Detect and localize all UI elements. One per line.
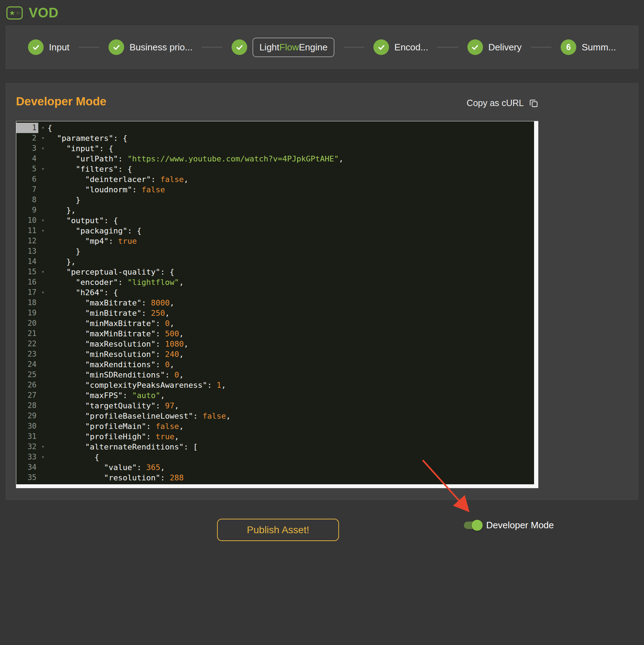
stepper-step-encoding[interactable]: Encod...: [373, 39, 428, 55]
check-icon: [109, 39, 124, 55]
fold-spacer: [38, 431, 48, 442]
fold-spacer: [38, 462, 48, 473]
stepper-step-input[interactable]: Input: [28, 39, 70, 55]
code-text: "maxMinBitrate": 500,: [48, 329, 538, 339]
code-text: "resolution": 288: [48, 473, 538, 483]
publish-asset-button[interactable]: Publish Asset!: [217, 519, 339, 541]
code-line: 11▾ "packaging": {: [16, 226, 538, 236]
fold-arrow-icon[interactable]: ▾: [38, 287, 48, 298]
code-text: "minBitrate": 250,: [48, 308, 538, 318]
code-line: 19 "minBitrate": 250,: [16, 308, 538, 318]
fold-spacer: [38, 174, 48, 184]
stepper-step-business-priority[interactable]: Business prio...: [109, 39, 193, 55]
step-label: Summ...: [582, 42, 616, 53]
check-icon: [467, 39, 483, 55]
code-text: "minSDRenditions": 0,: [48, 370, 538, 380]
line-number: 20: [16, 318, 38, 329]
line-number: 30: [16, 421, 38, 431]
code-text: "targetQuality": 97,: [48, 401, 538, 411]
fold-arrow-icon[interactable]: ▾: [38, 133, 48, 143]
code-line: 12 "mp4": true: [16, 236, 538, 246]
toggle-knob: [472, 520, 483, 531]
line-number: 31: [16, 431, 38, 442]
code-line: 22 "maxResolution": 1080,: [16, 339, 538, 349]
code-line: 17▾ "h264": {: [16, 287, 538, 298]
fold-arrow-icon[interactable]: ▾: [38, 226, 48, 236]
line-number: 4: [16, 154, 38, 164]
code-text: "maxRenditions": 0,: [48, 359, 538, 370]
editor-horizontal-scrollbar[interactable]: [16, 484, 538, 488]
step-label: Encod...: [394, 42, 428, 53]
stepper-step-lightflow-engine[interactable]: LightFlowEngine: [232, 38, 334, 57]
code-text: "loudnorm": false: [48, 184, 538, 195]
code-text: },: [48, 257, 538, 267]
code-text: "parameters": {: [48, 133, 538, 143]
fold-arrow-icon[interactable]: ▾: [38, 143, 48, 154]
page-title: VOD: [29, 5, 59, 21]
code-line: 16 "encoder": "lightflow",: [16, 277, 538, 287]
line-number: 15: [16, 267, 38, 277]
fold-arrow-icon[interactable]: ▾: [38, 267, 48, 277]
step-label: Delivery: [488, 42, 522, 53]
fold-arrow-icon[interactable]: ▾: [38, 164, 48, 174]
code-line: 18 "maxBitrate": 8000,: [16, 298, 538, 308]
stepper-step-summary[interactable]: 6Summ...: [561, 39, 616, 55]
developer-mode-toggle[interactable]: [464, 522, 481, 529]
code-line: 6 "deinterlacer": false,: [16, 174, 538, 184]
fold-spacer: [38, 380, 48, 390]
line-number: 18: [16, 298, 38, 308]
stepper-step-delivery[interactable]: Delivery: [467, 39, 522, 55]
code-text: "perceptual-quality": {: [48, 267, 538, 277]
code-line: 9 },: [16, 205, 538, 215]
code-line: 3▾ "input": {: [16, 143, 538, 154]
step-label: LightFlowEngine: [252, 38, 334, 57]
code-editor[interactable]: 1▾{2▾ "parameters": {3▾ "input": {4 "url…: [16, 121, 538, 488]
fold-arrow-icon[interactable]: ▾: [38, 452, 48, 462]
fold-spacer: [38, 246, 48, 257]
developer-mode-toggle-label: Developer Mode: [486, 520, 554, 531]
code-text: "alternateRenditions": [: [48, 442, 538, 452]
code-text: {: [48, 452, 538, 462]
fold-spacer: [38, 184, 48, 195]
code-line: 34 "value": 365,: [16, 462, 538, 473]
code-line: 33▾ {: [16, 452, 538, 462]
fold-spacer: [38, 205, 48, 215]
code-text: }: [48, 246, 538, 257]
fold-arrow-icon[interactable]: ▾: [38, 123, 48, 133]
code-line: 21 "maxMinBitrate": 500,: [16, 329, 538, 339]
fold-arrow-icon[interactable]: ▾: [38, 442, 48, 452]
copy-as-curl-button[interactable]: Copy as cURL: [467, 98, 538, 108]
code-text: "filters": {: [48, 164, 538, 174]
fold-spacer: [38, 236, 48, 246]
line-number: 35: [16, 473, 38, 483]
line-number: 8: [16, 195, 38, 205]
fold-spacer: [38, 473, 48, 483]
stepper-connector: [79, 47, 99, 48]
app-header: ★ ☆ VOD: [0, 0, 644, 26]
line-number: 19: [16, 308, 38, 318]
fold-spacer: [38, 339, 48, 349]
line-number: 26: [16, 380, 38, 390]
code-line: 8 }: [16, 195, 538, 205]
editor-vertical-scrollbar[interactable]: [534, 121, 538, 488]
code-line: 28 "targetQuality": 97,: [16, 401, 538, 411]
star-filled-icon: ★: [9, 10, 15, 16]
line-number: 3: [16, 143, 38, 154]
code-text: "output": {: [48, 215, 538, 226]
line-number: 29: [16, 411, 38, 421]
line-number: 2: [16, 133, 38, 143]
fold-spacer: [38, 359, 48, 370]
fold-spacer: [38, 411, 48, 421]
line-number: 13: [16, 246, 38, 257]
stepper-connector: [202, 47, 222, 48]
developer-panel: Developer Mode Copy as cURL 1▾{2▾ "param…: [6, 83, 638, 500]
code-line: 32▾ "alternateRenditions": [: [16, 442, 538, 452]
page: ★ ☆ VOD InputBusiness prio...LightFlowEn…: [0, 0, 644, 645]
code-text: "minResolution": 240,: [48, 349, 538, 359]
line-number: 22: [16, 339, 38, 349]
fold-spacer: [38, 318, 48, 329]
code-text: "input": {: [48, 143, 538, 154]
code-line: 1▾{: [16, 123, 538, 133]
fold-arrow-icon[interactable]: ▾: [38, 215, 48, 226]
line-number: 12: [16, 236, 38, 246]
